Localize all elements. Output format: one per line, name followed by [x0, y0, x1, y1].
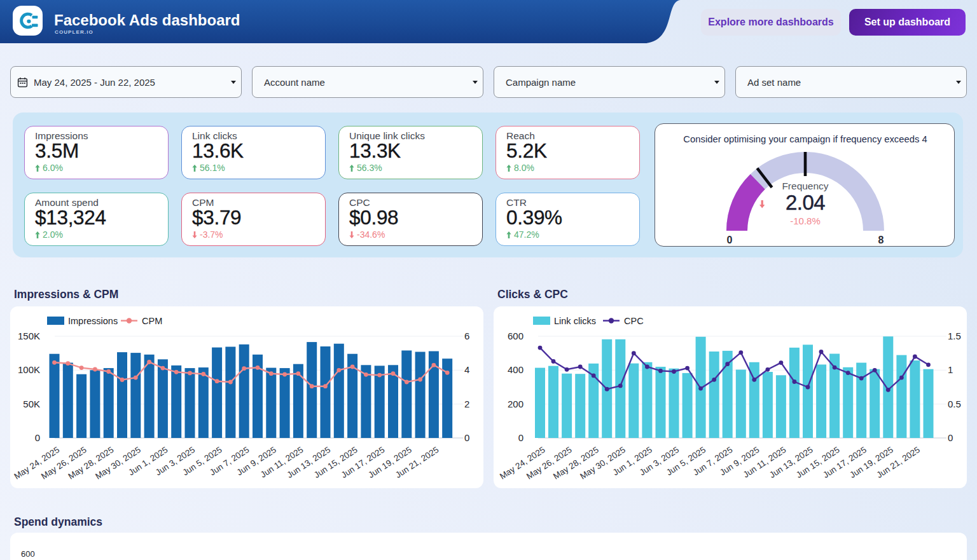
svg-text:0: 0 [518, 432, 523, 443]
svg-text:May 24, 2025: May 24, 2025 [12, 445, 61, 481]
svg-text:Link clicks: Link clicks [554, 316, 596, 326]
svg-text:Impressions: Impressions [68, 316, 118, 326]
svg-text:0: 0 [464, 432, 469, 443]
svg-text:6: 6 [464, 331, 469, 341]
svg-text:CPC: CPC [624, 316, 644, 326]
svg-text:8: 8 [878, 235, 884, 245]
svg-text:-10.8%: -10.8% [790, 215, 821, 226]
svg-text:150K: 150K [18, 331, 40, 341]
svg-text:CPM: CPM [142, 316, 162, 326]
svg-text:2: 2 [464, 399, 469, 409]
svg-text:2.04: 2.04 [786, 191, 825, 214]
svg-text:50K: 50K [23, 399, 40, 409]
svg-text:100K: 100K [18, 364, 40, 375]
svg-text:0.5: 0.5 [948, 399, 961, 409]
svg-text:200: 200 [508, 399, 523, 409]
svg-text:0: 0 [727, 235, 733, 245]
svg-text:600: 600 [508, 331, 523, 341]
svg-text:400: 400 [508, 364, 523, 375]
svg-text:1.5: 1.5 [948, 331, 961, 341]
svg-text:4: 4 [464, 364, 469, 375]
svg-text:0: 0 [35, 432, 40, 443]
svg-text:Frequency: Frequency [782, 181, 828, 191]
svg-text:1: 1 [948, 364, 953, 375]
svg-text:0: 0 [948, 432, 953, 443]
